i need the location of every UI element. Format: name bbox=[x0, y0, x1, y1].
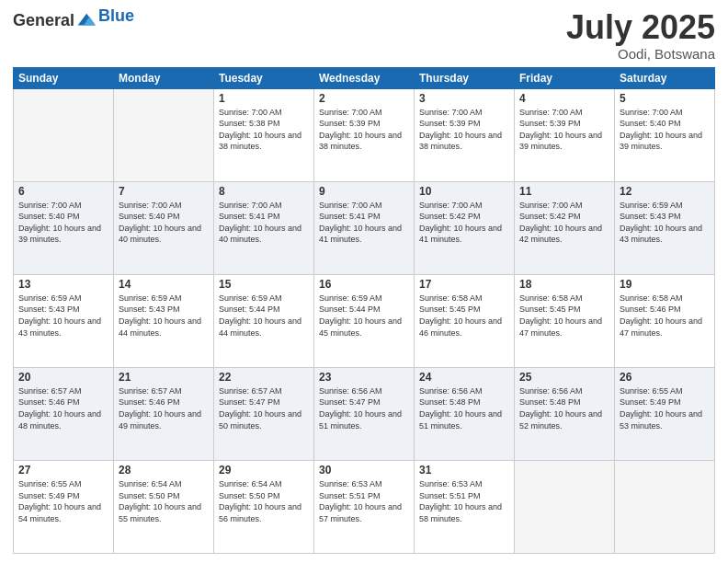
day-number: 19 bbox=[620, 278, 710, 291]
day-cell: 27Sunrise: 6:55 AM Sunset: 5:49 PM Dayli… bbox=[14, 460, 114, 553]
day-info: Sunrise: 6:59 AM Sunset: 5:44 PM Dayligh… bbox=[319, 293, 409, 339]
day-info: Sunrise: 6:58 AM Sunset: 5:46 PM Dayligh… bbox=[620, 293, 710, 339]
day-cell: 3Sunrise: 7:00 AM Sunset: 5:39 PM Daylig… bbox=[415, 88, 515, 181]
day-info: Sunrise: 7:00 AM Sunset: 5:40 PM Dayligh… bbox=[119, 200, 209, 246]
week-row-3: 13Sunrise: 6:59 AM Sunset: 5:43 PM Dayli… bbox=[14, 274, 715, 367]
calendar-header-row: SundayMondayTuesdayWednesdayThursdayFrid… bbox=[14, 67, 715, 88]
day-number: 22 bbox=[219, 371, 309, 384]
calendar: SundayMondayTuesdayWednesdayThursdayFrid… bbox=[13, 67, 715, 554]
day-info: Sunrise: 7:00 AM Sunset: 5:39 PM Dayligh… bbox=[519, 107, 609, 153]
day-number: 7 bbox=[119, 185, 209, 198]
day-info: Sunrise: 6:54 AM Sunset: 5:50 PM Dayligh… bbox=[219, 478, 309, 524]
day-info: Sunrise: 7:00 AM Sunset: 5:42 PM Dayligh… bbox=[519, 200, 609, 246]
day-cell: 4Sunrise: 7:00 AM Sunset: 5:39 PM Daylig… bbox=[515, 88, 615, 181]
day-cell: 14Sunrise: 6:59 AM Sunset: 5:43 PM Dayli… bbox=[114, 274, 214, 367]
day-cell: 1Sunrise: 7:00 AM Sunset: 5:38 PM Daylig… bbox=[214, 88, 314, 181]
day-info: Sunrise: 6:53 AM Sunset: 5:51 PM Dayligh… bbox=[319, 478, 409, 524]
day-number: 24 bbox=[419, 371, 509, 384]
day-cell: 6Sunrise: 7:00 AM Sunset: 5:40 PM Daylig… bbox=[14, 181, 114, 274]
day-header-saturday: Saturday bbox=[615, 67, 715, 88]
day-info: Sunrise: 7:00 AM Sunset: 5:40 PM Dayligh… bbox=[620, 107, 710, 153]
day-number: 13 bbox=[18, 278, 108, 291]
day-info: Sunrise: 6:57 AM Sunset: 5:47 PM Dayligh… bbox=[219, 385, 309, 431]
day-info: Sunrise: 6:56 AM Sunset: 5:47 PM Dayligh… bbox=[319, 385, 409, 431]
week-row-5: 27Sunrise: 6:55 AM Sunset: 5:49 PM Dayli… bbox=[14, 460, 715, 553]
day-cell bbox=[14, 88, 114, 181]
logo-text-general: General bbox=[13, 11, 74, 30]
day-info: Sunrise: 6:59 AM Sunset: 5:43 PM Dayligh… bbox=[119, 293, 209, 339]
day-number: 28 bbox=[119, 464, 209, 477]
week-row-4: 20Sunrise: 6:57 AM Sunset: 5:46 PM Dayli… bbox=[14, 367, 715, 460]
day-cell: 16Sunrise: 6:59 AM Sunset: 5:44 PM Dayli… bbox=[314, 274, 415, 367]
day-info: Sunrise: 6:53 AM Sunset: 5:51 PM Dayligh… bbox=[419, 478, 509, 524]
day-cell: 9Sunrise: 7:00 AM Sunset: 5:41 PM Daylig… bbox=[314, 181, 415, 274]
day-number: 26 bbox=[620, 371, 710, 384]
day-info: Sunrise: 7:00 AM Sunset: 5:41 PM Dayligh… bbox=[219, 200, 309, 246]
day-cell bbox=[615, 460, 715, 553]
day-number: 31 bbox=[419, 464, 509, 477]
day-info: Sunrise: 6:59 AM Sunset: 5:43 PM Dayligh… bbox=[620, 200, 710, 246]
day-info: Sunrise: 6:57 AM Sunset: 5:46 PM Dayligh… bbox=[18, 385, 108, 431]
day-header-tuesday: Tuesday bbox=[214, 67, 314, 88]
title-location: Oodi, Botswana bbox=[566, 46, 715, 62]
day-cell: 25Sunrise: 6:56 AM Sunset: 5:48 PM Dayli… bbox=[515, 367, 615, 460]
day-number: 21 bbox=[119, 371, 209, 384]
day-info: Sunrise: 6:58 AM Sunset: 5:45 PM Dayligh… bbox=[519, 293, 609, 339]
day-info: Sunrise: 7:00 AM Sunset: 5:41 PM Dayligh… bbox=[319, 200, 409, 246]
day-number: 1 bbox=[219, 92, 309, 105]
day-number: 5 bbox=[620, 92, 710, 105]
day-number: 3 bbox=[419, 92, 509, 105]
day-cell: 7Sunrise: 7:00 AM Sunset: 5:40 PM Daylig… bbox=[114, 181, 214, 274]
week-row-1: 1Sunrise: 7:00 AM Sunset: 5:38 PM Daylig… bbox=[14, 88, 715, 181]
day-info: Sunrise: 6:59 AM Sunset: 5:44 PM Dayligh… bbox=[219, 293, 309, 339]
day-number: 18 bbox=[519, 278, 609, 291]
day-cell bbox=[114, 88, 214, 181]
title-block: July 2025 Oodi, Botswana bbox=[566, 9, 715, 62]
day-info: Sunrise: 6:55 AM Sunset: 5:49 PM Dayligh… bbox=[620, 385, 710, 431]
logo-text-blue: Blue bbox=[98, 6, 134, 26]
day-cell: 2Sunrise: 7:00 AM Sunset: 5:39 PM Daylig… bbox=[314, 88, 415, 181]
day-cell: 20Sunrise: 6:57 AM Sunset: 5:46 PM Dayli… bbox=[14, 367, 114, 460]
day-cell: 5Sunrise: 7:00 AM Sunset: 5:40 PM Daylig… bbox=[615, 88, 715, 181]
day-info: Sunrise: 6:58 AM Sunset: 5:45 PM Dayligh… bbox=[419, 293, 509, 339]
day-cell: 13Sunrise: 6:59 AM Sunset: 5:43 PM Dayli… bbox=[14, 274, 114, 367]
day-header-wednesday: Wednesday bbox=[314, 67, 415, 88]
logo: General Blue bbox=[13, 9, 134, 31]
day-number: 16 bbox=[319, 278, 409, 291]
day-cell bbox=[515, 460, 615, 553]
day-number: 10 bbox=[419, 185, 509, 198]
day-number: 2 bbox=[319, 92, 409, 105]
day-number: 14 bbox=[119, 278, 209, 291]
day-number: 29 bbox=[219, 464, 309, 477]
day-number: 27 bbox=[18, 464, 108, 477]
day-cell: 22Sunrise: 6:57 AM Sunset: 5:47 PM Dayli… bbox=[214, 367, 314, 460]
day-info: Sunrise: 6:56 AM Sunset: 5:48 PM Dayligh… bbox=[519, 385, 609, 431]
day-number: 4 bbox=[519, 92, 609, 105]
day-info: Sunrise: 6:54 AM Sunset: 5:50 PM Dayligh… bbox=[119, 478, 209, 524]
day-cell: 15Sunrise: 6:59 AM Sunset: 5:44 PM Dayli… bbox=[214, 274, 314, 367]
day-header-monday: Monday bbox=[114, 67, 214, 88]
day-info: Sunrise: 6:57 AM Sunset: 5:46 PM Dayligh… bbox=[119, 385, 209, 431]
day-cell: 12Sunrise: 6:59 AM Sunset: 5:43 PM Dayli… bbox=[615, 181, 715, 274]
day-cell: 28Sunrise: 6:54 AM Sunset: 5:50 PM Dayli… bbox=[114, 460, 214, 553]
day-number: 15 bbox=[219, 278, 309, 291]
day-number: 23 bbox=[319, 371, 409, 384]
header: General Blue July 2025 Oodi, Botswana bbox=[13, 9, 715, 62]
day-info: Sunrise: 7:00 AM Sunset: 5:39 PM Dayligh… bbox=[319, 107, 409, 153]
day-info: Sunrise: 6:59 AM Sunset: 5:43 PM Dayligh… bbox=[18, 293, 108, 339]
week-row-2: 6Sunrise: 7:00 AM Sunset: 5:40 PM Daylig… bbox=[14, 181, 715, 274]
day-cell: 8Sunrise: 7:00 AM Sunset: 5:41 PM Daylig… bbox=[214, 181, 314, 274]
day-info: Sunrise: 7:00 AM Sunset: 5:39 PM Dayligh… bbox=[419, 107, 509, 153]
day-info: Sunrise: 7:00 AM Sunset: 5:40 PM Dayligh… bbox=[18, 200, 108, 246]
day-header-sunday: Sunday bbox=[14, 67, 114, 88]
day-cell: 24Sunrise: 6:56 AM Sunset: 5:48 PM Dayli… bbox=[415, 367, 515, 460]
day-number: 30 bbox=[319, 464, 409, 477]
day-number: 11 bbox=[519, 185, 609, 198]
day-number: 6 bbox=[18, 185, 108, 198]
day-info: Sunrise: 7:00 AM Sunset: 5:38 PM Dayligh… bbox=[219, 107, 309, 153]
day-number: 25 bbox=[519, 371, 609, 384]
day-number: 20 bbox=[18, 371, 108, 384]
day-header-thursday: Thursday bbox=[415, 67, 515, 88]
day-number: 12 bbox=[620, 185, 710, 198]
title-month: July 2025 bbox=[566, 9, 715, 46]
